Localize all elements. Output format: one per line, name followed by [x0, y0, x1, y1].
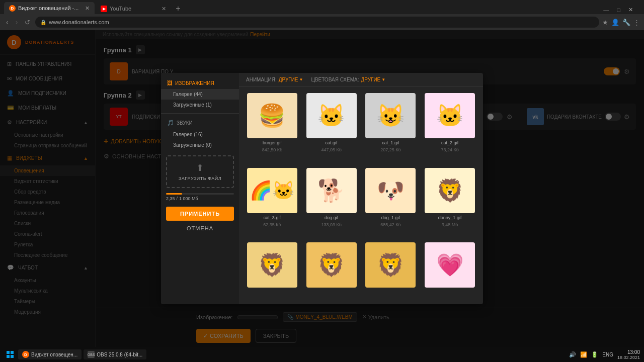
cat1-name: cat_1.gif: [382, 140, 399, 145]
sounds-header-label: ЗВУКИ: [177, 120, 193, 126]
upload-icon: ⬆: [196, 162, 204, 173]
image-item-donny[interactable]: 🦁 donny_1.gif 3,48 Мб: [423, 168, 477, 238]
taskbar-item-widget[interactable]: D Виджет оповещен...: [18, 349, 82, 359]
progress-bar: [166, 193, 182, 195]
burger-name: burger.gif: [263, 140, 282, 145]
cat2-size: 73,24 Кб: [441, 147, 458, 152]
image-item-cat[interactable]: 🐱 cat.gif 447,05 Кб: [304, 93, 359, 163]
lock-icon: 🔒: [40, 20, 46, 25]
tab-close-1[interactable]: ✕: [85, 5, 90, 12]
dog1-size: 685,42 Кб: [380, 222, 400, 227]
modal-filters: АНИМАЦИЯ: ДРУГИЕ ▼ ЦВЕТОВАЯ СХЕМА: ДРУГИ…: [239, 73, 483, 87]
image-item-heart[interactable]: 💗: [423, 242, 477, 298]
refresh-btn[interactable]: ↺: [23, 19, 32, 26]
image-item-dog1[interactable]: 🐶 dog_1.gif 685,42 Кб: [364, 168, 418, 238]
bookmark-icon[interactable]: ★: [602, 19, 608, 26]
donny-thumb: 🦁: [425, 168, 475, 213]
tab-title-2: YouTube: [110, 6, 131, 12]
upload-area[interactable]: ⬆ ЗАГРУЗИТЬ ФАЙЛ: [166, 155, 234, 188]
taskbar-date: 18.02.2021: [617, 355, 640, 360]
lion1-thumb: 🦁: [247, 242, 297, 288]
close-btn[interactable]: ✕: [625, 6, 636, 14]
tab-bar: D Виджет оповещений -... ✕ ▶ YouTube ✕ +…: [0, 0, 644, 14]
taskbar-obs-text: OBS 25.0.8 (64-bit...: [97, 352, 142, 357]
sound-section-icon: 🎵: [167, 120, 174, 126]
tab-inactive[interactable]: ▶ YouTube ✕: [96, 3, 171, 14]
cat-name: cat.gif: [326, 140, 338, 145]
win-logo[interactable]: [4, 348, 16, 360]
animation-label: АНИМАЦИЯ:: [246, 77, 277, 82]
color-filter: ЦВЕТОВАЯ СХЕМА: ДРУГИЕ ▼: [311, 77, 385, 82]
burger-size: 842,50 Кб: [262, 147, 282, 152]
image-item-lion3[interactable]: 🦁: [364, 242, 418, 298]
progress-bar-container: [166, 193, 234, 195]
address-bar: ‹ › ↺ 🔒 www.donationalerts.com ★ 👤 🔧 ⋮: [0, 14, 644, 30]
donny-size: 3,48 Мб: [442, 222, 458, 227]
animation-value[interactable]: ДРУГИЕ ▼: [279, 77, 303, 82]
image-item-burger[interactable]: 🍔 burger.gif 842,50 Кб: [245, 93, 299, 163]
lion2-thumb: 🦁: [306, 242, 357, 288]
cat-thumb: 🐱: [306, 93, 357, 138]
animation-filter: АНИМАЦИЯ: ДРУГИЕ ▼: [246, 77, 303, 82]
cat1-size: 207,25 Кб: [380, 147, 400, 152]
tab-close-2[interactable]: ✕: [162, 6, 166, 12]
taskbar-time: 13:00: [617, 349, 640, 355]
image-grid: 🍔 burger.gif 842,50 Кб 🐱 cat.gif 447,05 …: [239, 87, 483, 304]
taskbar-da-icon: D: [22, 351, 29, 358]
dog-name: dog.gif: [325, 215, 338, 220]
dog1-thumb: 🐶: [365, 168, 416, 213]
cat3-name: cat_3.gif: [264, 215, 281, 220]
taskbar-obs-icon: OBS: [88, 351, 95, 358]
modal-overlay: 🖼 ИЗОБРАЖЕНИЯ Галерея (44) Загруженные (…: [0, 30, 644, 347]
gallery-item[interactable]: Галерея (44): [161, 89, 239, 100]
maximize-btn[interactable]: □: [614, 6, 623, 14]
color-label: ЦВЕТОВАЯ СХЕМА:: [311, 77, 359, 82]
tab-icon-yt: ▶: [101, 6, 107, 12]
cat3-size: 62,35 Кб: [263, 222, 281, 227]
dog1-name: dog_1.gif: [381, 215, 400, 220]
taskbar-right: 🔊 📶 🔋 ENG 13:00 18.02.2021: [569, 349, 640, 360]
apply-button[interactable]: ПРИМЕНИТЬ: [166, 207, 234, 221]
image-item-lion2[interactable]: 🦁: [304, 242, 359, 298]
forward-btn[interactable]: ›: [14, 18, 20, 26]
uploaded-item[interactable]: Загруженные (1): [161, 100, 239, 110]
menu-icon[interactable]: ⋮: [633, 19, 640, 26]
extensions-icon[interactable]: 🔧: [622, 19, 630, 26]
taskbar-language: ENG: [602, 352, 613, 357]
color-value[interactable]: ДРУГИЕ ▼: [361, 77, 385, 82]
cat2-name: cat_2.gif: [441, 140, 458, 145]
browser-chrome: D Виджет оповещений -... ✕ ▶ YouTube ✕ +…: [0, 0, 644, 30]
cat3-thumb: 🌈🐱: [247, 168, 297, 213]
cancel-button[interactable]: ОТМЕНА: [166, 222, 234, 234]
back-btn[interactable]: ‹: [4, 18, 11, 26]
dog-thumb: 🐕: [306, 168, 357, 213]
taskbar-item-obs[interactable]: OBS OBS 25.0.8 (64-bit...: [84, 349, 146, 359]
sounds-uploaded-item[interactable]: Загруженные (0): [161, 140, 239, 150]
taskbar-icon1: 🔊: [569, 351, 576, 358]
image-item-cat1[interactable]: 😺 cat_1.gif 207,25 Кб: [364, 93, 418, 163]
sounds-gallery-item[interactable]: Галерея (16): [161, 129, 239, 140]
image-section-icon: 🖼: [167, 80, 173, 86]
burger-thumb: 🍔: [247, 93, 297, 138]
minimize-btn[interactable]: —: [600, 6, 612, 14]
tab-icon-da: D: [9, 5, 16, 12]
image-item-lion1[interactable]: 🦁: [245, 242, 299, 298]
tab-title-1: Виджет оповещений -...: [18, 5, 78, 11]
image-item-cat2[interactable]: 🐱 cat_2.gif 73,24 Кб: [423, 93, 477, 163]
dog-size: 133,03 Кб: [321, 222, 341, 227]
image-item-cat3[interactable]: 🌈🐱 cat_3.gif 62,35 Кб: [245, 168, 299, 238]
profile-icon[interactable]: 👤: [611, 19, 619, 26]
url-input[interactable]: 🔒 www.donationalerts.com: [35, 17, 599, 28]
heart-thumb: 💗: [425, 242, 475, 288]
sounds-section-header: 🎵 ЗВУКИ: [161, 117, 239, 129]
new-tab-button[interactable]: +: [172, 3, 184, 14]
image-item-dog[interactable]: 🐕 dog.gif 133,03 Кб: [304, 168, 359, 238]
taskbar-icon2: 📶: [580, 351, 587, 358]
cat-size: 447,05 Кб: [321, 147, 341, 152]
images-header-label: ИЗОБРАЖЕНИЯ: [175, 80, 214, 86]
tab-active[interactable]: D Виджет оповещений -... ✕: [4, 2, 95, 14]
taskbar-icon3: 🔋: [591, 351, 598, 358]
taskbar-widget-text: Виджет оповещен...: [31, 352, 77, 357]
modal-main: АНИМАЦИЯ: ДРУГИЕ ▼ ЦВЕТОВАЯ СХЕМА: ДРУГИ…: [239, 73, 483, 304]
modal-sidebar: 🖼 ИЗОБРАЖЕНИЯ Галерея (44) Загруженные (…: [161, 73, 239, 304]
